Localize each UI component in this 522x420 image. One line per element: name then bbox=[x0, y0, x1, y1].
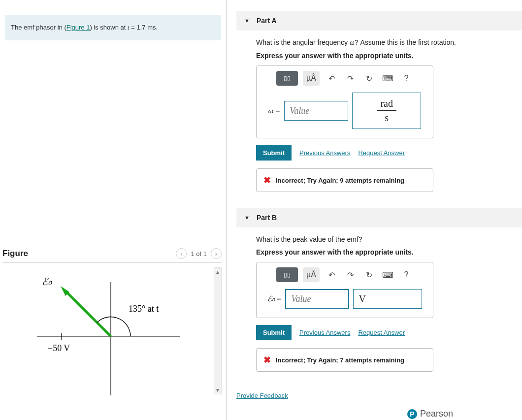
undo-button[interactable]: ↶ bbox=[325, 71, 338, 86]
figure-body: ℰ₀ 135° at t −50 V ▲ ▼ bbox=[2, 267, 222, 405]
prompt-text-2: ) is shown at bbox=[90, 24, 128, 31]
part-b-question: What is the peak value of the emf? bbox=[256, 235, 522, 243]
part-a-submit-button[interactable]: Submit bbox=[256, 145, 292, 161]
help-button[interactable]: ? bbox=[399, 267, 413, 282]
figure-counter: 1 of 1 bbox=[191, 250, 207, 258]
provide-feedback-link[interactable]: Provide Feedback bbox=[236, 392, 288, 399]
part-b-units-input[interactable]: V bbox=[353, 289, 422, 309]
help-button[interactable]: ? bbox=[399, 71, 413, 86]
prompt-text-3: = 1.7 ms. bbox=[130, 24, 158, 31]
pearson-icon: P bbox=[407, 409, 417, 419]
phasor-diagram: ℰ₀ 135° at t −50 V bbox=[2, 267, 209, 400]
part-b-request-answer-link[interactable]: Request Answer bbox=[358, 329, 405, 336]
part-b-answer-panel: ▯▯ µÅ ↶ ↷ ↻ ⌨ ? ℰ₀ = V bbox=[256, 262, 433, 318]
figure-prev-button[interactable]: ‹ bbox=[176, 248, 187, 259]
units-denominator: s bbox=[377, 110, 396, 124]
problem-statement: The emf phasor in (Figure 1) is shown at… bbox=[5, 15, 221, 40]
units-numerator: rad bbox=[380, 98, 393, 110]
templates-button[interactable]: ▯▯ bbox=[276, 71, 298, 86]
incorrect-icon: ✖ bbox=[263, 355, 271, 365]
reset-button[interactable]: ↻ bbox=[362, 71, 376, 86]
redo-button[interactable]: ↷ bbox=[343, 267, 357, 282]
e0-label: ℰ₀ = bbox=[267, 294, 282, 303]
part-a-header[interactable]: ▼ Part A bbox=[236, 11, 522, 31]
scroll-up-icon: ▲ bbox=[214, 268, 221, 276]
part-b-feedback-text: Incorrect; Try Again; 7 attempts remaini… bbox=[276, 356, 404, 364]
part-b-value-input[interactable] bbox=[285, 289, 349, 309]
figure-header: Figure ‹ 1 of 1 › bbox=[2, 248, 222, 262]
part-b-input-row: ℰ₀ = V bbox=[262, 289, 427, 309]
part-a-answer-panel: ▯▯ µÅ ↶ ↷ ↻ ⌨ ? ω = rad s bbox=[256, 65, 433, 138]
templates-button[interactable]: ▯▯ bbox=[276, 267, 298, 282]
part-a-body: What is the angular frequency ω? Assume … bbox=[236, 31, 522, 197]
part-a-request-answer-link[interactable]: Request Answer bbox=[358, 149, 405, 157]
part-b-actions: Submit Previous Answers Request Answer bbox=[256, 325, 522, 340]
qA-suf: ? Assume this is the first rotation. bbox=[355, 38, 456, 46]
reset-button[interactable]: ↻ bbox=[362, 267, 376, 282]
omega-symbol: ω bbox=[350, 39, 355, 46]
left-pane: The emf phasor in (Figure 1) is shown at… bbox=[0, 0, 227, 420]
collapse-icon: ▼ bbox=[244, 18, 250, 24]
part-a-feedback-text: Incorrect; Try Again; 9 attempts remaini… bbox=[276, 177, 404, 184]
part-b-submit-button[interactable]: Submit bbox=[256, 325, 292, 340]
figure-link[interactable]: Figure 1 bbox=[66, 24, 90, 31]
part-b-toolbar: ▯▯ µÅ ↶ ↷ ↻ ⌨ ? bbox=[262, 267, 427, 282]
label-e0: ℰ₀ bbox=[42, 276, 52, 287]
part-a-actions: Submit Previous Answers Request Answer bbox=[256, 145, 522, 161]
right-pane: ▼ Part A What is the angular frequency ω… bbox=[227, 0, 522, 420]
pearson-brand: P Pearson bbox=[407, 409, 453, 419]
part-b-instruction: Express your answer with the appropriate… bbox=[256, 248, 522, 256]
part-b-header[interactable]: ▼ Part B bbox=[236, 208, 522, 227]
part-a-toolbar: ▯▯ µÅ ↶ ↷ ↻ ⌨ ? bbox=[262, 71, 427, 86]
prompt-text-1: The emf phasor in ( bbox=[11, 24, 66, 31]
footer-links: Provide Feedback bbox=[236, 391, 522, 399]
keyboard-button[interactable]: ⌨ bbox=[381, 267, 394, 282]
qA-pre: What is the angular frequency bbox=[256, 38, 350, 46]
svg-line-3 bbox=[65, 291, 111, 336]
keyboard-button[interactable]: ⌨ bbox=[381, 71, 394, 86]
part-a-instruction: Express your answer with the appropriate… bbox=[256, 52, 522, 60]
label-angle: 135° at t bbox=[129, 304, 159, 314]
part-b-body: What is the peak value of the emf? Expre… bbox=[236, 227, 522, 377]
units-symbols-button[interactable]: µÅ bbox=[303, 71, 320, 86]
figure-title: Figure bbox=[2, 249, 28, 258]
part-a-feedback: ✖ Incorrect; Try Again; 9 attempts remai… bbox=[256, 168, 433, 192]
scroll-down-icon: ▼ bbox=[214, 386, 221, 394]
figure-nav: ‹ 1 of 1 › bbox=[176, 248, 222, 259]
part-a-title: Part A bbox=[257, 17, 277, 25]
units-symbols-button[interactable]: µÅ bbox=[303, 267, 320, 282]
part-a-question: What is the angular frequency ω? Assume … bbox=[256, 38, 522, 47]
part-a-prev-answers-link[interactable]: Previous Answers bbox=[299, 149, 350, 157]
part-a-input-row: ω = rad s bbox=[262, 93, 427, 129]
part-a-value-input[interactable] bbox=[284, 101, 348, 121]
label-xval: −50 V bbox=[48, 343, 70, 353]
units-text: V bbox=[359, 293, 365, 305]
part-b-prev-answers-link[interactable]: Previous Answers bbox=[299, 329, 350, 336]
part-b-title: Part B bbox=[257, 214, 277, 222]
redo-button[interactable]: ↷ bbox=[343, 71, 357, 86]
pearson-text: Pearson bbox=[420, 409, 453, 419]
omega-label: ω = bbox=[268, 107, 280, 115]
undo-button[interactable]: ↶ bbox=[325, 267, 338, 282]
incorrect-icon: ✖ bbox=[263, 175, 271, 186]
figure-next-button[interactable]: › bbox=[211, 248, 222, 259]
figure-scrollbar[interactable]: ▲ ▼ bbox=[214, 267, 222, 394]
collapse-icon: ▼ bbox=[244, 215, 250, 221]
figure-section: Figure ‹ 1 of 1 › ℰ₀ 135° at t − bbox=[2, 248, 222, 405]
part-b-feedback: ✖ Incorrect; Try Again; 7 attempts remai… bbox=[256, 348, 433, 372]
part-a-units-input[interactable]: rad s bbox=[352, 93, 421, 129]
